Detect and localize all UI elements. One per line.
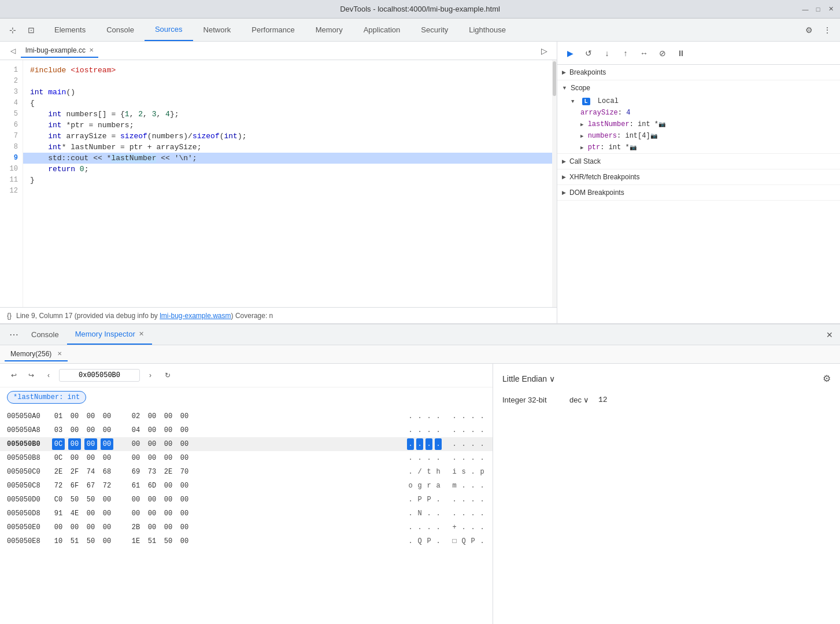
xhr-section: ▶ XHR/fetch Breakpoints <box>557 169 840 185</box>
dom-header[interactable]: ▶ DOM Breakpoints <box>557 185 840 200</box>
bottom-tabs: ⋯ Console Memory Inspector ✕ ✕ <box>0 324 840 345</box>
code-line-3: int main() <box>23 87 552 98</box>
mem-addr-e0: 005050E0 <box>0 522 52 533</box>
local-triangle: ▼ <box>571 99 574 105</box>
mem-prev-button[interactable]: ‹ <box>42 368 55 382</box>
memory-inspector-close[interactable]: ✕ <box>139 330 144 338</box>
mem-bytes-c0: 2E 2F 74 68 69 73 2E 70 <box>52 466 400 478</box>
callstack-header[interactable]: ▶ Call Stack <box>557 154 840 169</box>
tab-elements[interactable]: Elements <box>44 19 96 41</box>
mem-addr-a8: 005050A8 <box>0 424 52 436</box>
step-out-button[interactable]: ↑ <box>617 45 634 61</box>
mem-row-e8: 005050E8 10 51 50 00 1E 51 50 00 <box>0 534 493 548</box>
mobile-icon[interactable]: ⊡ <box>23 22 39 38</box>
mem-chars-c0: . / t h i s . p <box>400 466 493 478</box>
lastnumber-triangle: ▶ <box>580 121 583 128</box>
mem-chars-d0: . P P . . . . . <box>400 494 493 505</box>
step-over-button[interactable]: ↺ <box>580 45 597 61</box>
callstack-triangle: ▶ <box>562 158 566 164</box>
ptr-name: ptr <box>588 143 601 152</box>
memory-tab-256[interactable]: Memory(256) ✕ <box>5 348 68 361</box>
toggle-sidebar-icon[interactable]: ◁ <box>5 43 21 59</box>
mem-row-c8: 005050C8 72 6F 67 72 61 6D 00 00 <box>0 479 493 493</box>
tab-console[interactable]: Console <box>96 19 145 41</box>
breakpoints-triangle: ▶ <box>562 69 566 75</box>
mem-next-button[interactable]: › <box>143 368 157 382</box>
tab-sources[interactable]: Sources <box>145 19 193 41</box>
tab-network[interactable]: Network <box>193 19 242 41</box>
scope-item-ptr[interactable]: ▶ ptr: int *📷 <box>557 142 840 153</box>
tab-security[interactable]: Security <box>410 19 458 41</box>
scope-item-numbers[interactable]: ▶ numbers: int[4]📷 <box>557 130 840 142</box>
breakpoints-label: Breakpoints <box>569 68 606 76</box>
status-bar: {} Line 9, Column 17 (provided via debug… <box>0 307 557 323</box>
close-button[interactable]: ✕ <box>826 5 835 14</box>
tab-application[interactable]: Application <box>353 19 411 41</box>
memory-tab-close[interactable]: ✕ <box>57 350 62 357</box>
int32-format-chevron: ∨ <box>583 396 589 404</box>
mem-addr-b0: 005050B0 <box>0 438 52 450</box>
minimize-button[interactable]: — <box>801 5 810 14</box>
lastnumber-name: lastNumber <box>588 120 630 128</box>
code-line-8: int* lastNumber = ptr + arraySize; <box>23 142 552 153</box>
settings-icon[interactable]: ⚙ <box>801 22 817 38</box>
int32-row: Integer 32-bit dec ∨ 12 <box>502 393 831 407</box>
step-into-button[interactable]: ↓ <box>599 45 615 61</box>
format-icon[interactable]: {} <box>7 312 12 320</box>
tab-performance[interactable]: Performance <box>241 19 305 41</box>
mem-forward-button[interactable]: ↪ <box>24 368 38 382</box>
int32-format-dropdown[interactable]: dec ∨ <box>569 396 589 404</box>
run-snippet-icon[interactable]: ▷ <box>536 43 552 59</box>
scope-item-lastnumber[interactable]: ▶ lastNumber: int *📷 <box>557 119 840 130</box>
mem-back-button[interactable]: ↩ <box>7 368 21 382</box>
scope-item-arraysize[interactable]: arraySize: 4 <box>557 107 840 119</box>
file-tab-close[interactable]: ✕ <box>89 47 94 53</box>
wasm-link[interactable]: lmi-bug-example.wasm <box>160 312 231 320</box>
tab-memory-inspector[interactable]: Memory Inspector ✕ <box>67 324 152 345</box>
tab-lighthouse[interactable]: Lighthouse <box>458 19 516 41</box>
cursor-icon[interactable]: ⊹ <box>5 22 21 38</box>
bottom-panel-menu[interactable]: ⋯ <box>5 327 23 342</box>
dom-triangle: ▶ <box>562 190 566 195</box>
mem-addr-d8: 005050D8 <box>0 508 52 519</box>
step-button[interactable]: ↔ <box>636 45 652 61</box>
editor-scrollbar[interactable] <box>552 60 557 307</box>
file-tab-lmi[interactable]: lmi-bug-example.cc ✕ <box>21 44 98 58</box>
mem-chars-c8: o g r a m . . . <box>400 480 493 492</box>
bottom-panel-close[interactable]: ✕ <box>824 328 835 342</box>
mem-chars-a8: . . . . . . . . <box>400 424 493 436</box>
dom-section: ▶ DOM Breakpoints <box>557 185 840 201</box>
mem-refresh-button[interactable]: ↻ <box>161 368 175 382</box>
memory-right-panel: Little Endian ∨ ⚙ Integer 32-bit dec ∨ 1… <box>493 364 840 624</box>
mem-address-input[interactable] <box>59 369 140 382</box>
mem-chars-b0: . . . . . . . . <box>400 438 493 450</box>
memory-settings-icon[interactable]: ⚙ <box>823 373 831 384</box>
xhr-header[interactable]: ▶ XHR/fetch Breakpoints <box>557 169 840 184</box>
more-options-icon[interactable]: ⋮ <box>819 22 835 38</box>
tab-console-bottom[interactable]: Console <box>23 324 67 345</box>
editor-scroll-thumb[interactable] <box>553 61 556 96</box>
scope-local-header[interactable]: ▼ L Local <box>557 95 840 107</box>
scope-triangle: ▼ <box>562 85 567 91</box>
right-panel-content: ▶ Breakpoints ▼ Scope ▼ <box>557 65 840 323</box>
numbers-triangle: ▶ <box>580 133 583 139</box>
breakpoints-header[interactable]: ▶ Breakpoints <box>557 65 840 80</box>
memory-tabs-row: Memory(256) ✕ <box>0 345 840 364</box>
scope-label: Scope <box>571 84 590 92</box>
pause-button[interactable]: ⏸ <box>673 45 689 61</box>
resume-button[interactable]: ▶ <box>562 45 578 61</box>
code-line-7: int arraySize = sizeof(numbers)/sizeof(i… <box>23 131 552 142</box>
endian-dropdown[interactable]: Little Endian ∨ <box>502 374 555 383</box>
numbers-type: int[4]📷 <box>625 132 657 140</box>
lastnumber-type: int *📷 <box>638 120 665 128</box>
deactivate-button[interactable]: ⊘ <box>654 45 671 61</box>
mem-badge-container: *lastNumber: int <box>0 387 493 407</box>
mem-bytes-d8: 91 4E 00 00 00 00 00 00 <box>52 508 400 519</box>
scope-header[interactable]: ▼ Scope <box>557 80 840 95</box>
mem-bytes-c8: 72 6F 67 72 61 6D 00 00 <box>52 480 400 492</box>
tab-memory[interactable]: Memory <box>305 19 353 41</box>
window-title: DevTools - localhost:4000/lmi-bug-exampl… <box>340 5 500 13</box>
window-controls: — □ ✕ <box>801 5 835 14</box>
maximize-button[interactable]: □ <box>813 5 823 14</box>
endian-label: Little Endian <box>502 374 547 383</box>
